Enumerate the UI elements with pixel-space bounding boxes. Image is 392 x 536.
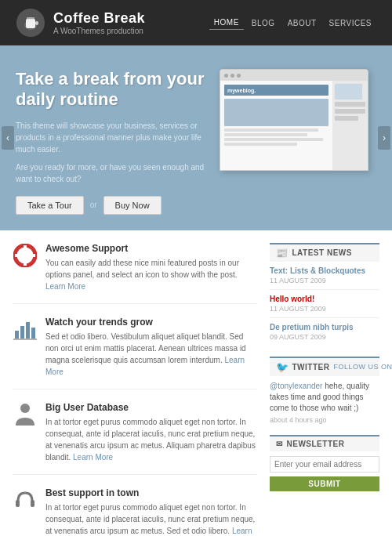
sidebar-item xyxy=(335,109,365,114)
feature-trends-title: Watch your trends grow xyxy=(45,317,257,328)
browser-main: myweblog. xyxy=(220,81,332,170)
news-item-2: Hello world! 11 AUGUST 2009 xyxy=(270,295,379,318)
news-item-1: Text: Lists & Blockquotes 11 AUGUST 2009 xyxy=(270,266,379,290)
logo-area: Coffee Break A WooThemes production xyxy=(16,8,145,38)
latest-news-title: 📰 Latest News xyxy=(270,243,379,262)
take-a-tour-button[interactable]: Take a Tour xyxy=(16,196,84,215)
feature-support-body: Awesome Support You can easily add these… xyxy=(45,243,257,292)
features-column: Awesome Support You can easily add these… xyxy=(13,243,257,536)
feature-best-support-title: Best support in town xyxy=(45,487,257,498)
feature-database-link[interactable]: Learn More xyxy=(73,453,113,462)
twitter-box: 🐦 Twitter Follow us on Twitter @tonylexa… xyxy=(270,357,379,424)
nav-home[interactable]: Home xyxy=(209,16,244,30)
browser-content: myweblog. xyxy=(220,81,368,170)
sidebar-item xyxy=(335,84,362,100)
coffee-cup-icon xyxy=(16,8,45,38)
twitter-handle[interactable]: @tonylexander xyxy=(270,382,322,390)
twitter-content: @tonylexander hehe, quality takes time a… xyxy=(270,381,379,424)
feature-best-support-text: In at tortor eget purus commodo aliquet … xyxy=(45,502,257,536)
feature-database-text: In at tortor eget purus commodo aliquet … xyxy=(45,416,257,463)
feature-best-support: Best support in town In at tortor eget p… xyxy=(13,487,257,536)
browser-dot xyxy=(230,74,234,78)
feature-database-body: Big User Database In at tortor eget puru… xyxy=(45,402,257,463)
hero-heading: Take a break from your daily routine xyxy=(16,69,220,110)
svg-rect-3 xyxy=(35,21,38,25)
news-icon: 📰 xyxy=(276,248,289,259)
newsletter-email-input[interactable] xyxy=(270,456,379,473)
hero-section: ‹ Take a break from your daily routine T… xyxy=(0,45,392,230)
twitter-title: 🐦 Twitter Follow us on Twitter xyxy=(270,357,379,376)
sidebar-item xyxy=(335,116,358,121)
text-line xyxy=(224,129,318,132)
text-line xyxy=(224,143,297,146)
sidebar-item xyxy=(335,102,365,107)
news-date-1: 11 AUGUST 2009 xyxy=(270,277,326,284)
twitter-time: about 4 hours ago xyxy=(270,416,379,424)
news-link-3[interactable]: De pretium nibh turpis xyxy=(270,323,379,331)
feature-database: Big User Database In at tortor eget puru… xyxy=(13,402,257,475)
svg-rect-17 xyxy=(16,500,20,507)
logo-text: Coffee Break A WooThemes production xyxy=(53,10,145,35)
news-date-3: 09 AUGUST 2009 xyxy=(270,333,326,341)
browser-bar xyxy=(220,70,368,81)
chart-svg xyxy=(13,318,37,340)
newsletter-submit-button[interactable]: Submit xyxy=(270,476,379,491)
feature-database-title: Big User Database xyxy=(45,402,257,413)
svg-rect-12 xyxy=(20,326,24,339)
news-item-3: De pretium nibh turpis 09 AUGUST 2009 xyxy=(270,323,379,346)
lifesaver-svg xyxy=(13,244,37,267)
hero-image: myweblog. xyxy=(220,61,376,171)
svg-point-6 xyxy=(21,252,29,259)
feature-support-title: Awesome Support xyxy=(45,243,257,254)
header: Coffee Break A WooThemes production Home… xyxy=(0,0,392,45)
browser-sidebar xyxy=(332,81,368,170)
hero-prev-arrow[interactable]: ‹ xyxy=(2,126,14,150)
browser-blog-label: myweblog. xyxy=(227,88,256,93)
svg-rect-18 xyxy=(31,500,34,507)
person-icon xyxy=(13,402,38,427)
news-link-1[interactable]: Text: Lists & Blockquotes xyxy=(270,266,379,275)
hero-para1: This theme will showcase your business, … xyxy=(16,120,220,155)
headphone-icon xyxy=(13,487,38,512)
hero-buttons: Take a Tour or Buy Now xyxy=(16,196,220,215)
twitter-tweet: @tonylexander hehe, quality takes time a… xyxy=(270,381,379,414)
feature-trends-text: Sed et odio libero. Vestibulum aliquet a… xyxy=(45,331,257,378)
nav-blog[interactable]: Blog xyxy=(247,16,280,30)
newsletter-icon: ✉ xyxy=(276,440,283,448)
feature-trends: Watch your trends grow Sed et odio liber… xyxy=(13,317,257,389)
main-content: Awesome Support You can easily add these… xyxy=(0,230,392,536)
site-title: Coffee Break xyxy=(53,10,145,27)
browser-mockup: myweblog. xyxy=(220,69,368,171)
latest-news-box: 📰 Latest News Text: Lists & Blockquotes … xyxy=(270,243,379,346)
hero-para2: Are you ready for more, or have you seen… xyxy=(16,161,220,185)
buy-now-button[interactable]: Buy Now xyxy=(103,196,162,215)
follow-twitter-link[interactable]: Follow us on Twitter xyxy=(333,363,392,371)
hero-text: Take a break from your daily routine Thi… xyxy=(16,61,220,230)
text-line xyxy=(224,133,307,136)
browser-header-mock: myweblog. xyxy=(224,85,328,96)
browser-dot xyxy=(237,74,241,78)
headphone-svg xyxy=(14,489,36,511)
news-link-2[interactable]: Hello world! xyxy=(270,295,379,303)
feature-support-link[interactable]: Learn More xyxy=(45,282,85,291)
feature-trends-body: Watch your trends grow Sed et odio liber… xyxy=(45,317,257,378)
news-date-2: 11 AUGUST 2009 xyxy=(270,305,326,313)
browser-dot xyxy=(224,74,228,78)
nav-about[interactable]: About xyxy=(283,16,321,30)
svg-rect-2 xyxy=(26,19,35,28)
hero-next-arrow[interactable]: › xyxy=(378,126,390,150)
sidebar-column: 📰 Latest News Text: Lists & Blockquotes … xyxy=(270,243,379,536)
hero-or: or xyxy=(90,201,97,209)
nav-services[interactable]: Services xyxy=(325,16,376,30)
feature-support: Awesome Support You can easily add these… xyxy=(13,243,257,304)
svg-rect-4 xyxy=(27,17,34,20)
main-nav: Home Blog About Services xyxy=(209,16,376,30)
browser-image-mock xyxy=(224,99,328,126)
lifesaver-icon xyxy=(13,243,38,268)
site-subtitle: A WooThemes production xyxy=(53,27,145,35)
svg-rect-11 xyxy=(15,331,19,339)
chart-icon xyxy=(13,317,38,342)
text-line xyxy=(224,138,323,141)
svg-rect-14 xyxy=(31,328,35,339)
svg-point-16 xyxy=(20,404,30,413)
